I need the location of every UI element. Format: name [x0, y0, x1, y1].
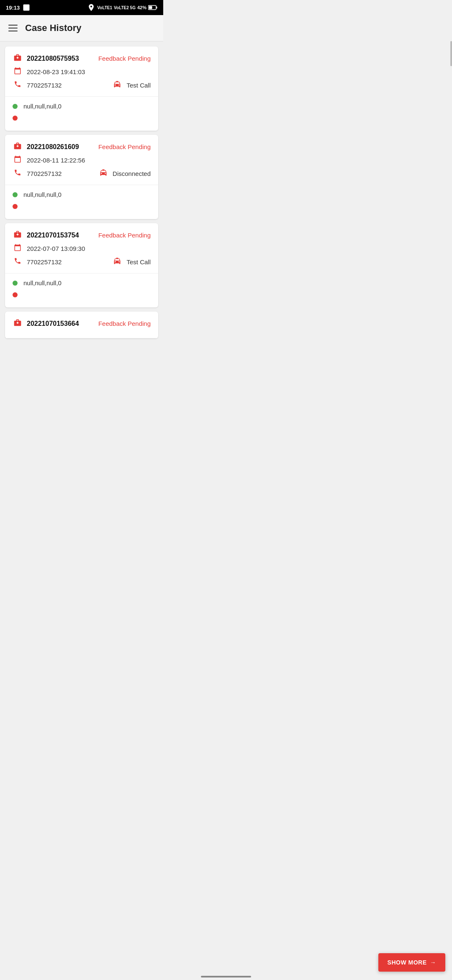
- signal-lte1: VoLTE1: [97, 5, 112, 10]
- case-date-row-2: 2022-08-11 12:22:56: [13, 155, 151, 165]
- feedback-status-4: Feedback Pending: [98, 320, 151, 327]
- medkit-icon-4: [13, 318, 23, 329]
- status-bar-right: VoLTE1 VoLTE2 5G 42%: [87, 3, 157, 12]
- status-green-text-2: null,null,null,0: [23, 191, 62, 198]
- photo-icon: [22, 3, 31, 12]
- calendar-icon-3: [13, 244, 23, 253]
- page-title: Case History: [25, 23, 82, 34]
- svg-rect-1: [149, 6, 152, 9]
- status-row-green-1: null,null,null,0: [13, 103, 151, 110]
- case-phone-1: 7702257132: [27, 82, 62, 89]
- status-row-red-1: [13, 116, 151, 121]
- calendar-icon-1: [13, 67, 23, 77]
- case-date-1: 2022-08-23 19:41:03: [27, 68, 85, 75]
- case-id-text-1: 20221080575953: [27, 55, 79, 62]
- status-bar: 19:13 VoLTE1 VoLTE2 5G 42%: [0, 0, 163, 15]
- feedback-status-2: Feedback Pending: [98, 143, 151, 150]
- red-dot-1: [13, 116, 18, 121]
- feedback-status-3: Feedback Pending: [98, 232, 151, 239]
- medkit-icon-2: [13, 142, 23, 152]
- bottom-spacer: [5, 343, 158, 372]
- hamburger-menu[interactable]: [8, 25, 18, 31]
- green-dot-3: [13, 281, 18, 286]
- battery-icon: [148, 5, 157, 10]
- status-green-text-3: null,null,null,0: [23, 279, 62, 286]
- call-type-text-3: Test Call: [126, 258, 151, 266]
- medkit-icon-3: [13, 230, 23, 240]
- case-info-1: 20221080575953 Feedback Pending 2022-08-…: [5, 46, 158, 97]
- case-phone-row-1: 7702257132 Test Call: [13, 80, 151, 90]
- status-green-text-1: null,null,null,0: [23, 103, 62, 110]
- phone-icon-1: [13, 80, 23, 90]
- case-id-row-1: 20221080575953 Feedback Pending: [13, 53, 151, 64]
- case-id-row-4: 20221070153664 Feedback Pending: [13, 318, 151, 329]
- briefcase-medical-icon: [13, 53, 22, 62]
- case-id-text-3: 20221070153754: [27, 232, 79, 239]
- call-type-text-2: Disconnected: [113, 170, 151, 177]
- case-card-4[interactable]: 20221070153664 Feedback Pending: [5, 312, 158, 338]
- status-row-green-2: null,null,null,0: [13, 191, 151, 198]
- phone-icon-3: [13, 257, 23, 267]
- case-date-row-1: 2022-08-23 19:41:03: [13, 67, 151, 77]
- call-type-row-3: Test Call: [112, 257, 151, 267]
- case-info-3: 20221070153754 Feedback Pending 2022-07-…: [5, 223, 158, 273]
- case-date-row-3: 2022-07-07 13:09:30: [13, 244, 151, 253]
- status-row-red-3: [13, 292, 151, 297]
- case-card-1[interactable]: 20221080575953 Feedback Pending 2022-08-…: [5, 46, 158, 131]
- phone-icon-2: [13, 169, 23, 178]
- case-id-text-2: 20221080261609: [27, 143, 79, 151]
- case-card-2[interactable]: 20221080261609 Feedback Pending 2022-08-…: [5, 135, 158, 219]
- case-phone-row-3: 7702257132 Test Call: [13, 257, 151, 267]
- status-row-red-2: [13, 204, 151, 209]
- red-dot-3: [13, 292, 18, 297]
- green-dot-2: [13, 192, 18, 197]
- case-date-2: 2022-08-11 12:22:56: [27, 157, 85, 164]
- ambulance-icon-2: [98, 168, 108, 179]
- ambulance-icon-3: [112, 257, 122, 267]
- app-header: Case History: [0, 15, 163, 41]
- case-info-2: 20221080261609 Feedback Pending 2022-08-…: [5, 135, 158, 185]
- status-bar-left: 19:13: [6, 3, 31, 12]
- case-phone-3: 7702257132: [27, 258, 62, 266]
- case-card-3[interactable]: 20221070153754 Feedback Pending 2022-07-…: [5, 223, 158, 307]
- call-type-row-2: Disconnected: [98, 168, 151, 179]
- case-phone-2: 7702257132: [27, 170, 62, 177]
- calendar-icon-2: [13, 155, 23, 165]
- ambulance-icon-1: [112, 80, 122, 90]
- svg-rect-2: [157, 7, 157, 9]
- case-date-3: 2022-07-07 13:09:30: [27, 245, 85, 252]
- green-dot-1: [13, 104, 18, 109]
- status-row-green-3: null,null,null,0: [13, 279, 151, 286]
- case-id-row-2: 20221080261609 Feedback Pending: [13, 142, 151, 152]
- location-icon: [87, 3, 95, 12]
- call-type-text-1: Test Call: [126, 82, 151, 89]
- time-display: 19:13: [6, 5, 20, 11]
- feedback-status-1: Feedback Pending: [98, 55, 151, 62]
- red-dot-2: [13, 204, 18, 209]
- medkit-icon-1: [13, 53, 23, 64]
- call-type-row-1: Test Call: [112, 80, 151, 90]
- case-id-row-3: 20221070153754 Feedback Pending: [13, 230, 151, 240]
- case-status-3: null,null,null,0: [5, 273, 158, 307]
- content-area: 20221080575953 Feedback Pending 2022-08-…: [0, 41, 163, 377]
- case-status-1: null,null,null,0: [5, 97, 158, 131]
- case-phone-row-2: 7702257132 Disconnected: [13, 168, 151, 179]
- battery-display: 42%: [137, 5, 146, 10]
- signal-lte2: VoLTE2 5G: [114, 5, 136, 10]
- case-status-2: null,null,null,0: [5, 185, 158, 219]
- case-info-4: 20221070153664 Feedback Pending: [5, 312, 158, 338]
- case-id-text-4: 20221070153664: [27, 320, 79, 328]
